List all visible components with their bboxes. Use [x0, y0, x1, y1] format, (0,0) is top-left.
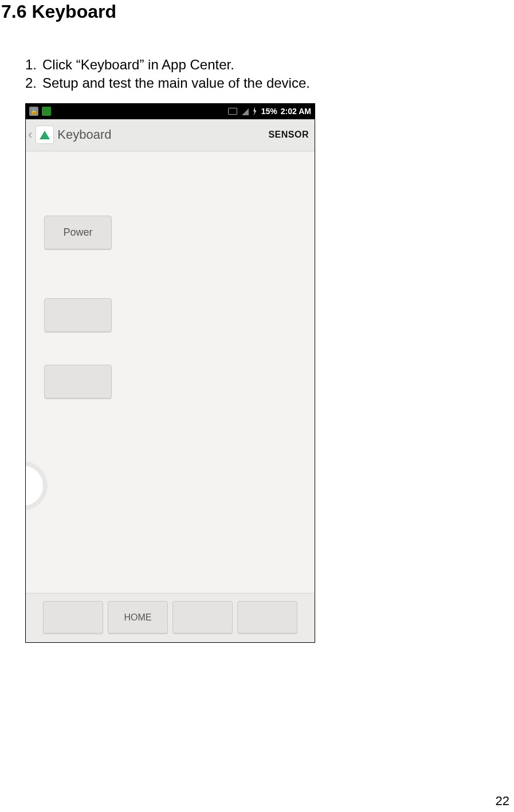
- app-header: ‹ Keyboard SENSOR: [26, 119, 315, 151]
- page-number: 22: [496, 794, 509, 809]
- app-header-left: ‹ Keyboard: [32, 126, 112, 144]
- lock-icon: 🔒: [29, 107, 38, 116]
- instruction-list: 1. Click “Keyboard” in App Center. 2. Se…: [25, 56, 514, 93]
- phone-screenshot: 🔒 15% 2:02 AM ‹ Keyboard SENSOR Power HO…: [25, 103, 315, 643]
- status-right: 15% 2:02 AM: [228, 107, 311, 116]
- nav-button-4[interactable]: [237, 601, 297, 634]
- phone-body: Power: [26, 151, 315, 593]
- power-button[interactable]: Power: [44, 216, 112, 250]
- status-left: 🔒: [29, 107, 51, 116]
- status-bar: 🔒 15% 2:02 AM: [26, 104, 315, 119]
- key-button-blank-2[interactable]: [44, 365, 112, 399]
- battery-saver-icon: [42, 107, 51, 116]
- nav-button-1[interactable]: [43, 601, 103, 634]
- list-item: 2. Setup and test the main value of the …: [25, 74, 514, 92]
- sensor-button[interactable]: SENSOR: [268, 130, 309, 140]
- dial-icon: [26, 466, 43, 506]
- app-title: Keyboard: [57, 127, 111, 142]
- back-icon[interactable]: ‹: [28, 127, 32, 142]
- list-number: 2.: [25, 74, 42, 92]
- no-signal-icon: [241, 107, 249, 115]
- home-button[interactable]: HOME: [108, 601, 168, 634]
- keyboard-status-icon: [228, 108, 237, 115]
- list-number: 1.: [25, 56, 42, 74]
- list-text: Click “Keyboard” in App Center.: [42, 56, 234, 74]
- triangle-icon: [40, 131, 50, 139]
- bottom-nav-bar: HOME: [26, 593, 315, 642]
- battery-percentage: 15%: [261, 107, 277, 116]
- list-text: Setup and test the main value of the dev…: [42, 74, 310, 92]
- nav-button-3[interactable]: [172, 601, 233, 634]
- app-logo-icon: [36, 126, 54, 144]
- status-time: 2:02 AM: [281, 107, 311, 116]
- key-button-blank-1[interactable]: [44, 298, 112, 333]
- charging-icon: [252, 107, 258, 116]
- section-heading: 7.6 Keyboard: [0, 0, 514, 22]
- list-item: 1. Click “Keyboard” in App Center.: [25, 56, 514, 74]
